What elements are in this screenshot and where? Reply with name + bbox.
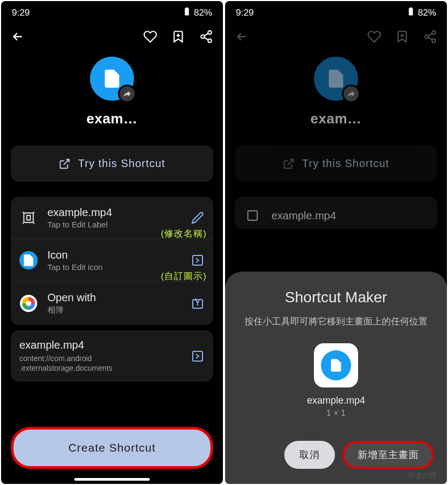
- options-list: example.mp4: [235, 197, 437, 229]
- dialog-preview[interactable]: example.mp4 1 × 1: [238, 343, 434, 418]
- label-title: example.mp4: [47, 206, 191, 219]
- create-shortcut-button[interactable]: Create Shortcut: [11, 427, 213, 469]
- uri-row[interactable]: example.mp4 content://com.android .exter…: [11, 330, 213, 382]
- svg-rect-10: [248, 211, 257, 220]
- label-title: example.mp4: [271, 210, 429, 222]
- photos-icon: [19, 294, 38, 313]
- back-button[interactable]: [11, 30, 25, 44]
- toolbar: [1, 22, 223, 51]
- try-shortcut-label: Try this Shortcut: [302, 157, 389, 170]
- try-shortcut-button[interactable]: Try this Shortcut: [11, 146, 213, 182]
- status-bar: 9:29 82%: [1, 1, 223, 22]
- svg-point-9: [432, 39, 436, 43]
- options-list: example.mp4 Tap to Edit Label (修改名稱) Ico…: [11, 197, 213, 325]
- status-bar: 9:29 82%: [225, 1, 447, 22]
- dialog-description: 按住小工具即可將它移到主畫面上的任何位置: [238, 315, 434, 329]
- svg-point-1: [201, 35, 205, 39]
- nav-handle[interactable]: [74, 478, 150, 481]
- toolbar: [225, 22, 447, 51]
- battery-icon: [182, 6, 192, 19]
- open-icon: [191, 296, 205, 310]
- favorite-button[interactable]: [143, 30, 157, 44]
- svg-rect-4: [193, 255, 202, 265]
- try-shortcut-button: Try this Shortcut: [235, 146, 437, 182]
- battery-percent: 82%: [194, 8, 212, 18]
- hero-title: exam…: [87, 110, 138, 127]
- uri-enter-icon: [191, 349, 205, 363]
- svg-rect-3: [24, 213, 33, 222]
- add-label: 新增至主畫面: [358, 449, 419, 460]
- dialog-actions: 取消 新增至主畫面: [238, 441, 434, 469]
- uri-sub: content://com.android .externalstorage.d…: [19, 354, 191, 373]
- dialog-shortcut-name: example.mp4: [307, 395, 365, 406]
- file-icon: [19, 251, 38, 269]
- edit-label-row: example.mp4: [235, 197, 437, 229]
- phone-right: 9:29 82% exam… Try this: [225, 1, 447, 484]
- svg-point-7: [432, 31, 436, 34]
- shortcut-hero-icon[interactable]: [90, 57, 134, 101]
- bookmark-button[interactable]: [395, 30, 409, 44]
- cancel-button[interactable]: 取消: [284, 441, 335, 469]
- battery-percent: 82%: [418, 8, 436, 18]
- try-shortcut-label: Try this Shortcut: [78, 157, 165, 170]
- icon-sub: Tap to Edit icon: [47, 262, 191, 272]
- shortcut-hero-icon: [314, 57, 358, 101]
- label-sub: Tap to Edit Label: [47, 220, 191, 229]
- dialog-shortcut-size: 1 × 1: [326, 408, 346, 418]
- edit-icon-row[interactable]: Icon Tap to Edit icon (自訂圖示): [11, 239, 213, 282]
- enter-icon: [191, 253, 205, 267]
- icon-title: Icon: [47, 249, 191, 261]
- battery-icon: [406, 6, 416, 19]
- open-title: Open with: [47, 292, 191, 304]
- status-right: 82%: [180, 6, 212, 19]
- cancel-label: 取消: [299, 449, 320, 460]
- dialog-shortcut-icon: [314, 343, 358, 387]
- open-sub: 相簿: [47, 305, 191, 315]
- share-badge-icon: [342, 85, 360, 103]
- status-time: 9:29: [236, 8, 254, 18]
- add-shortcut-dialog: Shortcut Maker 按住小工具即可將它移到主畫面上的任何位置 exam…: [225, 272, 447, 484]
- svg-point-8: [425, 35, 429, 39]
- create-shortcut-label: Create Shortcut: [68, 441, 156, 454]
- favorite-button[interactable]: [367, 30, 381, 44]
- phone-left: 9:29 82% exam… Try this: [1, 1, 223, 484]
- edit-icon: [191, 211, 205, 225]
- share-button[interactable]: [199, 30, 213, 44]
- label-icon: [19, 209, 38, 227]
- bookmark-button[interactable]: [171, 30, 185, 44]
- hero: exam…: [225, 57, 447, 127]
- add-to-home-button[interactable]: 新增至主畫面: [342, 441, 434, 469]
- hero-title: exam…: [311, 110, 362, 127]
- open-with-row[interactable]: Open with 相簿: [11, 282, 213, 325]
- svg-point-0: [208, 31, 212, 34]
- annotation-label: (修改名稱): [161, 227, 207, 240]
- status-right: 82%: [404, 6, 436, 19]
- dialog-title: Shortcut Maker: [238, 289, 434, 306]
- svg-point-2: [208, 39, 212, 43]
- hero: exam…: [1, 57, 223, 127]
- share-badge-icon: [118, 85, 136, 103]
- svg-rect-6: [193, 351, 202, 361]
- back-button[interactable]: [235, 30, 249, 44]
- label-icon: [243, 206, 262, 225]
- edit-label-row[interactable]: example.mp4 Tap to Edit Label (修改名稱): [11, 197, 213, 239]
- share-button[interactable]: [423, 30, 437, 44]
- uri-title: example.mp4: [19, 339, 191, 351]
- status-time: 9:29: [12, 8, 30, 18]
- annotation-icon: (自訂圖示): [161, 270, 207, 282]
